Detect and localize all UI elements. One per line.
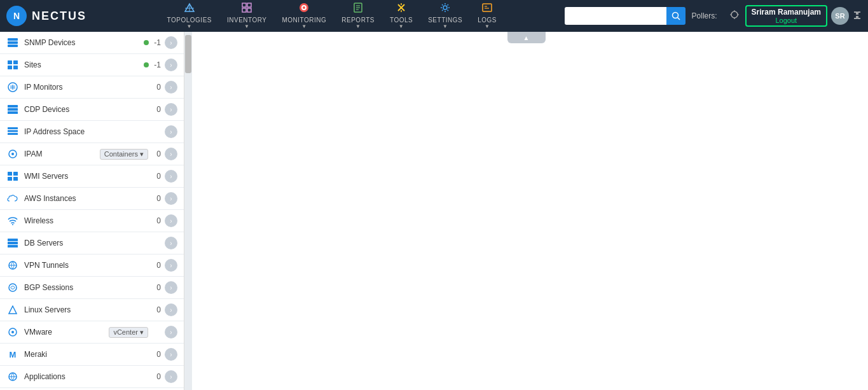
nav-reports[interactable]: REPORTS ▼ [335,0,381,32]
nav-logs[interactable]: LOGS ▼ [471,0,503,32]
svg-rect-25 [8,41,18,44]
db-servers-arrow[interactable]: › [165,237,177,249]
sidebar-item-ip-monitors[interactable]: IP Monitors 0 › [0,76,184,99]
meraki-arrow[interactable]: › [165,348,177,361]
topologies-label: TOPOLOGIES [167,17,212,24]
svg-point-21 [672,13,678,18]
theme-toggle[interactable] [729,9,740,23]
svg-point-43 [11,153,14,155]
snmp-devices-badge: -1 [144,38,161,47]
settings-icon [440,3,450,15]
sidebar: SNMP Devices -1 › Sites -1 › [0,32,184,390]
ip-address-space-arrow[interactable]: › [165,125,177,138]
top-toggle[interactable]: ▲ [507,32,546,43]
linux-servers-icon [6,305,19,315]
sidebar-item-wireless[interactable]: Wireless 0 › [0,210,184,232]
vpn-tunnels-badge: 0 [151,261,161,270]
sites-badge: -1 [144,60,161,69]
toggle-arrow-icon: ▲ [523,34,530,41]
sites-count: -1 [151,60,161,69]
nav-inventory[interactable]: INVENTORY ▼ [221,0,273,32]
vpn-tunnels-icon [6,260,19,270]
svg-rect-40 [8,130,18,132]
svg-rect-47 [13,177,18,181]
bgp-sessions-count: 0 [151,283,161,292]
ipam-containers-tag[interactable]: Containers ▾ [100,149,148,160]
db-servers-label: DB Servers [24,239,151,247]
wireless-arrow[interactable]: › [165,214,177,227]
svg-point-23 [731,11,738,18]
vmware-arrow[interactable]: › [165,326,177,338]
logo-icon: N [6,6,27,26]
nav-monitoring[interactable]: MONITORING ▼ [275,0,333,32]
svg-point-57 [11,331,14,333]
sidebar-item-applications[interactable]: Applications 0 › [0,366,184,388]
pollers-label: Pollers: [692,11,717,20]
sidebar-item-aws-instances[interactable]: AWS Instances 0 › [0,188,184,210]
bgp-sessions-badge: 0 [151,283,161,292]
search-button[interactable] [666,7,685,25]
cdp-devices-label: CDP Devices [24,105,151,114]
linux-servers-label: Linux Servers [24,305,151,314]
svg-rect-2 [242,3,246,7]
applications-badge: 0 [151,372,161,381]
content-scrollbar[interactable] [184,32,192,390]
meraki-badge: 0 [151,350,161,359]
ip-monitors-arrow[interactable]: › [165,81,177,94]
aws-instances-arrow[interactable]: › [165,192,177,205]
aws-instances-count: 0 [151,194,161,203]
applications-arrow[interactable]: › [165,370,177,383]
sidebar-item-ipam[interactable]: IPAM Containers ▾ 0 › [0,143,184,165]
scrollbar-thumb[interactable] [185,35,191,73]
ipam-arrow[interactable]: › [165,148,177,160]
svg-rect-36 [8,105,18,108]
ip-address-space-icon [6,127,19,137]
topologies-icon [184,3,195,15]
main-content: ▲ [184,32,868,390]
sidebar-item-sites[interactable]: Sites -1 › [0,54,184,76]
sidebar-item-snmp-devices[interactable]: SNMP Devices -1 › [0,32,184,54]
logo[interactable]: N NECTUS [6,6,86,26]
snmp-devices-arrow[interactable]: › [165,36,177,49]
linux-servers-arrow[interactable]: › [165,303,177,316]
svg-rect-29 [8,66,12,69]
sidebar-item-vpn-tunnels[interactable]: VPN Tunnels 0 › [0,254,184,277]
user-name: Sriram Ramanujam [752,8,821,17]
bgp-sessions-label: BGP Sessions [24,283,151,292]
svg-rect-44 [8,172,12,176]
svg-point-54 [9,284,17,291]
svg-rect-3 [247,3,251,7]
layout: SNMP Devices -1 › Sites -1 › [0,32,868,390]
vmware-vcenter-tag[interactable]: vCenter ▾ [109,327,148,338]
sidebar-item-cdp-devices[interactable]: CDP Devices 0 › [0,99,184,121]
logo-text: NECTUS [32,10,86,23]
nav-topologies[interactable]: TOPOLOGIES ▼ [161,0,218,32]
sidebar-item-vmware[interactable]: VMware vCenter ▾ › [0,321,184,344]
nav-settings[interactable]: SETTINGS ▼ [422,0,469,32]
sidebar-item-db-servers[interactable]: DB Servers › [0,232,184,254]
user-badge[interactable]: Sriram Ramanujam Logout [745,5,827,27]
tools-icon [396,3,406,15]
wmi-servers-arrow[interactable]: › [165,170,177,183]
sidebar-item-bgp-sessions[interactable]: BGP Sessions 0 › [0,277,184,299]
cdp-devices-arrow[interactable]: › [165,103,177,116]
svg-rect-39 [8,127,18,129]
nav-tools[interactable]: TOOLS ▼ [383,0,419,32]
sidebar-item-ip-address-space[interactable]: IP Address Space › [0,121,184,143]
sidebar-item-linux-servers[interactable]: Linux Servers 0 › [0,299,184,321]
expand-button[interactable] [853,11,862,22]
tools-label: TOOLS [390,17,413,24]
bgp-sessions-arrow[interactable]: › [165,281,177,294]
linux-servers-count: 0 [151,305,161,314]
linux-servers-badge: 0 [151,305,161,314]
logout-link[interactable]: Logout [752,17,821,24]
sidebar-item-wmi-servers[interactable]: WMI Servers 0 › [0,165,184,188]
db-servers-icon [6,238,19,248]
sites-arrow[interactable]: › [165,59,177,71]
search-input[interactable] [565,7,666,25]
sidebar-item-meraki[interactable]: M Meraki 0 › [0,344,184,366]
svg-rect-37 [8,108,18,111]
reports-label: REPORTS [341,17,375,24]
wmi-servers-badge: 0 [151,172,161,181]
vpn-tunnels-arrow[interactable]: › [165,259,177,272]
